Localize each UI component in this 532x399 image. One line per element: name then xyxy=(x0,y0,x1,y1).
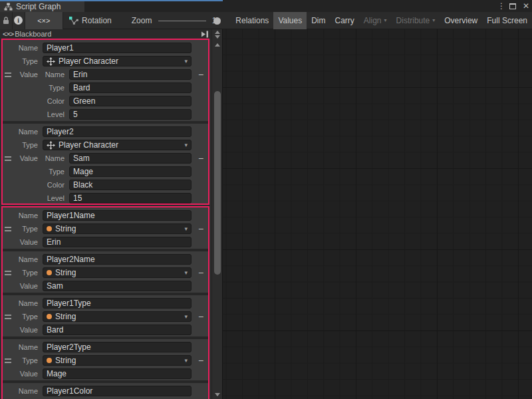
dock-panel-icon[interactable] xyxy=(200,31,209,38)
scroll-down-button[interactable] xyxy=(212,390,223,398)
value-label: Value xyxy=(13,154,43,162)
zoom-slider[interactable] xyxy=(158,17,205,24)
maximize-icon[interactable] xyxy=(509,3,516,9)
remove-variable-button[interactable]: − xyxy=(198,356,203,365)
blackboard-toggle-button[interactable]: <×> xyxy=(25,12,63,29)
variable-entry-player1color: Name Player1Color xyxy=(3,383,208,399)
close-icon[interactable]: ✕ xyxy=(523,1,529,11)
variable-type-dropdown[interactable]: Player Character ▾ xyxy=(43,56,192,66)
panel-resize-arrows[interactable] xyxy=(212,30,223,39)
player-character-type-icon xyxy=(47,141,55,150)
zoom-label: Zoom xyxy=(132,16,152,25)
variable-name-input[interactable]: Player1Type xyxy=(43,298,192,309)
variable-type-dropdown[interactable]: String ▾ xyxy=(43,311,192,322)
variable-entry-player2type: Name Player2Type Type String ▾ − Value M… xyxy=(3,339,208,380)
dropdown-arrow-icon: ▾ xyxy=(184,357,188,364)
field-label: Type xyxy=(43,168,69,176)
blackboard-scrollbar[interactable] xyxy=(211,29,222,399)
drag-handle[interactable] xyxy=(5,315,11,319)
variable-entry-player1: Name Player1 Type Player Character ▾ xyxy=(3,40,208,121)
graph-canvas[interactable] xyxy=(222,29,532,399)
variable-value-input[interactable]: Mage xyxy=(43,368,192,379)
variable-value-input[interactable]: Bard xyxy=(43,325,192,335)
drag-handle[interactable] xyxy=(5,72,11,77)
align-dropdown[interactable]: Align▾ xyxy=(359,12,392,29)
carry-button[interactable]: Carry xyxy=(331,12,359,29)
value-label: Value xyxy=(13,326,43,334)
variable-value-input[interactable]: Sam xyxy=(43,281,192,291)
rotation-node-icon xyxy=(68,16,78,25)
tab-script-graph[interactable]: Script Graph xyxy=(0,1,84,12)
dim-button[interactable]: Dim xyxy=(307,12,330,29)
variable-name-input[interactable]: Player2Name xyxy=(43,254,192,265)
drag-handle[interactable] xyxy=(5,271,11,275)
variable-type-dropdown[interactable]: String ▾ xyxy=(43,355,192,366)
tab-title: Script Graph xyxy=(16,2,61,11)
variable-name-input[interactable]: Player1Name xyxy=(43,210,192,221)
type-label: Type xyxy=(13,57,43,65)
scrollbar-thumb[interactable] xyxy=(214,91,221,275)
rotation-widget[interactable]: Rotation xyxy=(68,16,112,25)
info-button[interactable] xyxy=(13,12,25,29)
full-screen-button[interactable]: Full Screen xyxy=(482,12,532,29)
value-name-input[interactable]: Erin xyxy=(69,69,192,80)
value-type-input[interactable]: Bard xyxy=(69,82,192,93)
string-type-icon xyxy=(47,314,52,319)
name-label: Name xyxy=(13,211,43,219)
field-label: Color xyxy=(43,97,69,105)
value-type-input[interactable]: Mage xyxy=(69,166,192,177)
blackboard-title: Blackboard xyxy=(15,30,51,38)
window-tab-bar: Script Graph ⋮ ✕ xyxy=(0,0,532,12)
variable-name-input[interactable]: Player2Type xyxy=(43,342,192,352)
remove-variable-button[interactable]: − xyxy=(198,312,203,321)
value-level-input[interactable]: 5 xyxy=(69,109,192,120)
value-color-input[interactable]: Green xyxy=(69,96,192,106)
lock-button[interactable] xyxy=(0,12,13,29)
variable-type-dropdown[interactable]: Player Character ▾ xyxy=(43,140,192,150)
variable-value-input[interactable]: Erin xyxy=(43,237,192,247)
variable-entry-player1name: Name Player1Name Type String ▾ − Value E… xyxy=(3,207,208,249)
string-type-icon xyxy=(47,226,52,231)
relations-button[interactable]: Relations xyxy=(231,12,273,29)
value-label: Value xyxy=(13,238,43,246)
selection-group-objects: Name Player1 Type Player Character ▾ xyxy=(1,39,209,205)
field-label: Level xyxy=(43,194,69,202)
variable-name-input[interactable]: Player1 xyxy=(43,43,192,53)
arrow-up-icon xyxy=(215,31,220,34)
value-color-input[interactable]: Black xyxy=(69,180,192,190)
scroll-up-button[interactable] xyxy=(212,41,223,49)
variable-name-input[interactable]: Player1Color xyxy=(43,386,192,396)
field-label: Type xyxy=(43,84,69,92)
remove-variable-button[interactable]: − xyxy=(198,154,203,163)
remove-variable-button[interactable]: − xyxy=(198,70,203,79)
graph-hierarchy-icon xyxy=(4,3,13,11)
blackboard-header: <×> Blackboard xyxy=(0,29,211,39)
dropdown-arrow-icon: ▾ xyxy=(184,225,188,232)
remove-variable-button[interactable]: − xyxy=(198,268,203,277)
window-menu-icon[interactable]: ⋮ xyxy=(497,1,503,11)
drag-handle[interactable] xyxy=(5,227,11,231)
distribute-dropdown[interactable]: Distribute▾ xyxy=(392,12,440,29)
arrow-down-icon xyxy=(215,35,220,39)
dropdown-arrow-icon: ▾ xyxy=(184,58,188,65)
field-label: Name xyxy=(43,70,69,78)
value-level-input[interactable]: 15 xyxy=(69,193,192,203)
overview-button[interactable]: Overview xyxy=(440,12,482,29)
value-name-input[interactable]: Sam xyxy=(69,153,192,164)
drag-handle[interactable] xyxy=(5,358,11,363)
variable-type-dropdown[interactable]: String ▾ xyxy=(43,223,192,234)
variables-icon: <×> xyxy=(37,17,50,25)
graph-toolbar: <×> Rotation Zoom 1x Relations Values Di… xyxy=(0,12,532,29)
dropdown-arrow-icon: ▾ xyxy=(432,17,435,23)
value-label: Value xyxy=(13,370,43,378)
drag-handle[interactable] xyxy=(5,156,11,161)
remove-variable-button[interactable]: − xyxy=(198,224,203,233)
variable-name-input[interactable]: Player2 xyxy=(43,126,192,137)
dropdown-arrow-icon: ▾ xyxy=(184,313,188,320)
type-label: Type xyxy=(13,313,43,321)
type-label: Type xyxy=(13,356,43,364)
values-button[interactable]: Values xyxy=(273,12,307,29)
variable-type-dropdown[interactable]: String ▾ xyxy=(43,267,192,278)
zoom-slider-thumb[interactable] xyxy=(213,17,221,25)
name-label: Name xyxy=(13,128,43,136)
